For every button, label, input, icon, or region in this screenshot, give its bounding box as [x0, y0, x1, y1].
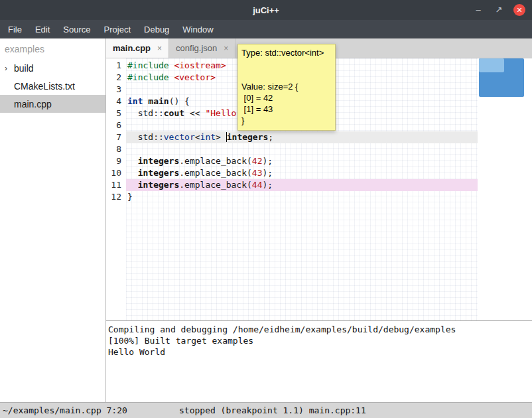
- syntax-segment: .emplace_back(: [179, 156, 252, 166]
- file-tree-sidebar: examples ›buildCMakeLists.txtmain.cpp: [0, 38, 106, 402]
- code-line-11: 11 integers.emplace_back(44);: [106, 179, 532, 191]
- syntax-segment: integers: [138, 180, 180, 190]
- syntax-segment: >: [216, 132, 226, 142]
- tab-label: config.json: [176, 43, 217, 53]
- code-text[interactable]: std::vector<int> integers;: [126, 131, 478, 143]
- code-text[interactable]: integers.emplace_back(42);: [126, 155, 478, 167]
- syntax-segment: #include: [127, 72, 169, 82]
- syntax-segment: 43: [252, 168, 263, 178]
- syntax-segment: #include: [127, 60, 169, 70]
- output-line: Compiling and debugging /home/eidheim/ex…: [108, 324, 532, 335]
- maximize-button[interactable]: ↗: [493, 4, 505, 16]
- window-controls: – ↗ ✕: [472, 4, 532, 16]
- line-number: 1: [106, 60, 126, 72]
- debug-value-tooltip: Type: std::vector<int>Value: size=2 { [0…: [237, 44, 336, 131]
- syntax-segment: 44: [252, 180, 263, 190]
- syntax-segment: <vector>: [174, 72, 216, 82]
- code-line-7: 7 std::vector<int> integers;: [106, 131, 532, 143]
- syntax-segment: .emplace_back(: [179, 168, 252, 178]
- line-number: 4: [106, 96, 126, 107]
- tooltip-line: }: [241, 115, 332, 127]
- menu-project[interactable]: Project: [98, 21, 137, 38]
- code-line-8: 8: [106, 143, 532, 155]
- line-number: 12: [106, 191, 126, 203]
- output-line: Hello World: [108, 346, 532, 358]
- menu-edit[interactable]: Edit: [29, 21, 56, 38]
- file-label: build: [14, 63, 34, 74]
- tooltip-line: [1] = 43: [241, 104, 332, 115]
- titlebar: juCi++ – ↗ ✕: [0, 0, 532, 20]
- tab-close-icon[interactable]: ×: [224, 44, 228, 53]
- syntax-segment: 42: [252, 156, 263, 166]
- code-line-12: 12}: [106, 191, 532, 203]
- syntax-segment: [127, 168, 138, 178]
- syntax-segment: [127, 180, 138, 190]
- code-line-9: 9 integers.emplace_back(42);: [106, 155, 532, 167]
- code-line-10: 10 integers.emplace_back(43);: [106, 167, 532, 179]
- code-text[interactable]: integers.emplace_back(43);: [126, 167, 478, 179]
- tab-main-cpp[interactable]: main.cpp×: [106, 38, 169, 58]
- syntax-segment: .emplace_back(: [179, 180, 252, 190]
- line-number: 9: [106, 155, 126, 167]
- syntax-segment: }: [127, 192, 133, 202]
- syntax-segment: main: [148, 96, 168, 106]
- minimize-button[interactable]: –: [472, 4, 484, 16]
- tooltip-line: Value: size=2 {: [241, 82, 332, 93]
- syntax-segment: vector: [164, 132, 195, 142]
- menubar: FileEditSourceProjectDebugWindow: [0, 20, 532, 38]
- line-number: 10: [106, 167, 126, 179]
- syntax-segment: );: [263, 168, 273, 178]
- sidebar-item-build[interactable]: ›build: [0, 59, 105, 77]
- syntax-segment: [127, 156, 138, 166]
- expander-icon[interactable]: ›: [5, 64, 14, 73]
- syntax-segment: integers: [138, 168, 180, 178]
- syntax-segment: () {: [169, 96, 190, 106]
- line-number: 5: [106, 107, 126, 119]
- line-number: 6: [106, 119, 126, 131]
- syntax-segment: <iostream>: [174, 60, 226, 70]
- code-text[interactable]: }: [126, 191, 478, 203]
- line-number: 8: [106, 143, 126, 155]
- menu-debug[interactable]: Debug: [137, 21, 176, 38]
- output-line: [100%] Built target examples: [108, 335, 532, 346]
- file-label: CMakeLists.txt: [14, 81, 75, 92]
- tooltip-line: [0] = 42: [241, 93, 332, 104]
- tooltip-line: Type: std::vector<int>: [241, 48, 332, 59]
- syntax-segment: int: [127, 96, 143, 106]
- window-title: juCi++: [0, 5, 532, 15]
- code-text[interactable]: [126, 143, 478, 155]
- project-name-label: examples: [0, 38, 105, 59]
- tab-label: main.cpp: [113, 43, 151, 53]
- tab-close-icon[interactable]: ×: [157, 44, 162, 53]
- syntax-segment: int: [200, 132, 216, 142]
- syntax-segment: ;: [268, 132, 273, 142]
- syntax-segment: <<: [184, 108, 205, 118]
- tab-config-json[interactable]: config.json×: [169, 38, 235, 58]
- line-number: 11: [106, 179, 126, 191]
- syntax-segment: );: [263, 180, 273, 190]
- syntax-segment: integers: [138, 156, 180, 166]
- syntax-segment: cout: [164, 108, 184, 118]
- line-number: 3: [106, 84, 126, 96]
- file-label: main.cpp: [14, 99, 52, 109]
- sidebar-item-main-cpp[interactable]: main.cpp: [0, 95, 105, 113]
- status-file-position: ~/examples/main.cpp 7:20: [0, 405, 127, 415]
- syntax-segment: );: [263, 156, 273, 166]
- output-panel[interactable]: Compiling and debugging /home/eidheim/ex…: [106, 320, 532, 402]
- tooltip-line: [241, 70, 332, 82]
- line-number: 7: [106, 131, 126, 143]
- code-text[interactable]: integers.emplace_back(44);: [126, 179, 478, 191]
- syntax-segment: std::: [127, 108, 164, 118]
- line-number: 2: [106, 72, 126, 84]
- status-debug-state: stopped (breakpoint 1.1) main.cpp:11: [179, 405, 366, 415]
- close-button[interactable]: ✕: [513, 4, 525, 16]
- menu-source[interactable]: Source: [56, 21, 97, 38]
- sidebar-item-cmakelists-txt[interactable]: CMakeLists.txt: [0, 77, 105, 95]
- file-tree: ›buildCMakeLists.txtmain.cpp: [0, 59, 105, 113]
- menu-file[interactable]: File: [1, 21, 29, 38]
- tooltip-line: [241, 59, 332, 70]
- statusbar: ~/examples/main.cpp 7:20 stopped (breakp…: [0, 402, 532, 418]
- syntax-segment: <: [195, 132, 200, 142]
- menu-window[interactable]: Window: [176, 21, 220, 38]
- syntax-segment: std::: [127, 132, 164, 142]
